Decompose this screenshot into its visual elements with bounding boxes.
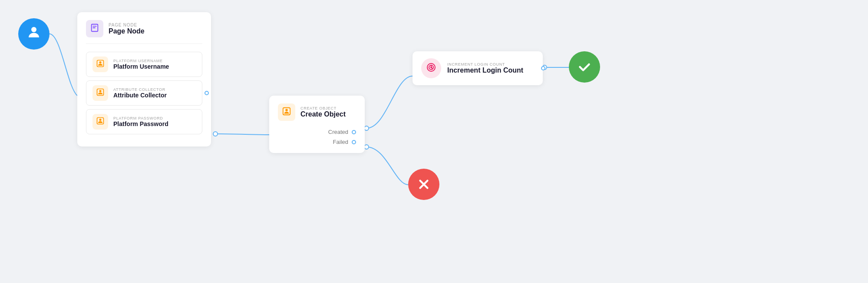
increment-label-small: INCREMENT LOGIN COUNT (447, 62, 523, 67)
svg-point-4 (31, 27, 36, 32)
user-icon (26, 24, 42, 43)
platform-username-icon (96, 59, 105, 70)
page-node-text: PAGE NODE Page Node (109, 23, 145, 35)
platform-username-label-main: Platform Username (113, 63, 169, 70)
user-avatar (18, 18, 50, 50)
outcome-failed-label: Failed (333, 139, 348, 145)
outcome-created-row: Created (278, 129, 356, 135)
svg-rect-6 (92, 26, 96, 27)
attribute-collector-text: ATTRIBUTE COLLECTOR Attribute Collector (113, 87, 167, 99)
svg-point-9 (99, 61, 102, 63)
page-node-card: PAGE NODE Page Node PLATFORM USERNAME Pl… (77, 12, 211, 146)
attribute-collector-node[interactable]: ATTRIBUTE COLLECTOR Attribute Collector (86, 80, 202, 106)
platform-password-label-small: PLATFORM PASSWORD (113, 116, 168, 120)
platform-password-text: PLATFORM PASSWORD Platform Password (113, 116, 168, 127)
outcome-failed-row: Failed (278, 139, 356, 145)
page-node-label-main: Page Node (109, 27, 145, 35)
attribute-collector-icon-wrap (92, 85, 108, 101)
outcome-failed-dot (352, 140, 356, 144)
svg-point-11 (99, 90, 102, 92)
create-object-text: CREATE OBJECT Create Object (300, 106, 346, 118)
create-object-header: CREATE OBJECT Create Object (278, 103, 356, 121)
platform-username-label-small: PLATFORM USERNAME (113, 59, 169, 63)
increment-text: INCREMENT LOGIN COUNT Increment Login Co… (447, 62, 523, 74)
create-object-label-main: Create Object (300, 110, 346, 118)
svg-point-2 (364, 145, 369, 149)
svg-point-13 (99, 119, 102, 121)
increment-label-main: Increment Login Count (447, 67, 523, 74)
svg-rect-7 (92, 27, 95, 28)
attribute-collector-label-small: ATTRIBUTE COLLECTOR (113, 87, 167, 92)
page-node-label-small: PAGE NODE (109, 23, 145, 27)
checkmark-icon (577, 59, 592, 75)
platform-password-icon (96, 117, 105, 127)
page-node-icon-wrap (86, 20, 103, 37)
attribute-collector-label-main: Attribute Collector (113, 92, 167, 99)
platform-username-text: PLATFORM USERNAME Platform Username (113, 59, 169, 70)
platform-password-icon-wrap (92, 114, 108, 130)
increment-login-count-card: INCREMENT LOGIN COUNT Increment Login Co… (413, 51, 543, 85)
x-icon (416, 177, 431, 192)
outcome-created-label: Created (328, 129, 348, 135)
svg-point-18 (430, 67, 432, 68)
increment-icon (426, 62, 436, 74)
failure-circle (408, 169, 439, 200)
svg-point-1 (364, 126, 369, 130)
page-node-header: PAGE NODE Page Node (86, 20, 202, 44)
increment-icon-wrap (421, 58, 441, 78)
platform-username-node[interactable]: PLATFORM USERNAME Platform Username (86, 52, 202, 77)
attribute-collector-connector-dot (205, 91, 209, 95)
page-node-icon (90, 23, 99, 35)
create-object-icon (282, 107, 291, 118)
create-object-label-small: CREATE OBJECT (300, 106, 346, 110)
svg-point-15 (285, 109, 288, 111)
platform-password-label-main: Platform Password (113, 120, 168, 127)
platform-password-node[interactable]: PLATFORM PASSWORD Platform Password (86, 109, 202, 134)
success-circle (569, 51, 600, 83)
create-object-card: CREATE OBJECT Create Object Created Fail… (269, 96, 365, 153)
increment-connector-dot (541, 66, 545, 70)
platform-username-icon-wrap (92, 57, 108, 72)
outcome-created-dot (352, 130, 356, 134)
attribute-collector-icon (96, 88, 105, 98)
create-object-outcomes: Created Failed (278, 129, 356, 145)
svg-point-0 (213, 132, 218, 136)
create-object-icon-wrap (278, 103, 295, 121)
